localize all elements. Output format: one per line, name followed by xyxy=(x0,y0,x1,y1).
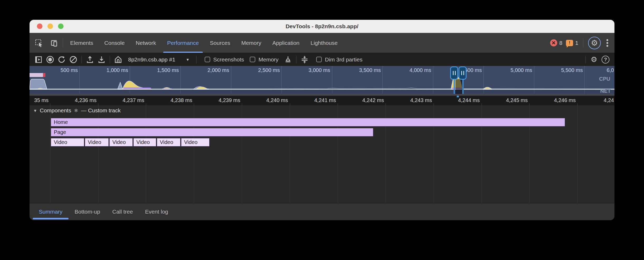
collapse-sections-button[interactable] xyxy=(299,54,310,65)
sidebar-panel-icon xyxy=(35,56,42,64)
gridline xyxy=(50,105,50,203)
load-profile-button[interactable] xyxy=(84,54,96,65)
ruler-tick xyxy=(434,103,434,105)
error-icon: ✕ xyxy=(550,39,557,46)
ruler-tick-label: 4,243 ms xyxy=(410,97,432,103)
collect-garbage-button[interactable] xyxy=(282,54,294,65)
ruler-tick-label: 4,236 ms xyxy=(75,97,97,103)
overview-tick: 2,000 ms xyxy=(208,67,229,73)
track-entry-video[interactable]: Video xyxy=(157,138,180,146)
track-entry-page[interactable]: Page xyxy=(51,128,373,136)
tab-performance[interactable]: Performance xyxy=(162,33,204,53)
dim-3rd-parties-checkbox[interactable]: Dim 3rd parties xyxy=(316,56,362,63)
inspect-element-button[interactable] xyxy=(32,33,46,53)
tab-console[interactable]: Console xyxy=(99,33,130,53)
ruler-tick xyxy=(338,103,338,105)
issues-badge[interactable]: ! 1 xyxy=(566,40,578,46)
track-entry-home[interactable]: Home xyxy=(51,118,565,126)
zoom-button[interactable] xyxy=(58,23,64,29)
checkbox-icon xyxy=(316,57,322,62)
clear-recording-button[interactable] xyxy=(68,54,79,65)
zoom-window-right-handle[interactable] xyxy=(459,66,467,80)
tabbar-right-controls: ✕ 8 ! 1 ⚙ xyxy=(550,33,614,53)
tab-sources[interactable]: Sources xyxy=(204,33,236,53)
target-label: 8p2n9n.csb.app #1 xyxy=(128,56,175,63)
help-icon: ? xyxy=(602,56,609,64)
ruler-tick-label: 4,239 ms xyxy=(219,97,240,103)
live-metrics-button[interactable] xyxy=(112,54,124,65)
record-icon xyxy=(46,55,54,64)
overview-tick: 5,000 ms xyxy=(511,67,532,73)
overview-tick: 500 ms xyxy=(464,67,482,73)
zoom-window-right-line xyxy=(462,78,464,94)
divider xyxy=(583,38,583,48)
ruler-tick-label: 4,242 ms xyxy=(362,97,384,103)
tab-summary[interactable]: Summary xyxy=(33,203,69,220)
net-lane-label: NET xyxy=(600,88,611,94)
ruler-tick-label: 4,24 xyxy=(604,97,614,103)
tab-memory[interactable]: Memory xyxy=(236,33,267,53)
more-options-button[interactable] xyxy=(604,37,610,49)
network-request-bar-end xyxy=(43,73,45,77)
titlebar: DevTools - 8p2n9n.csb.app/ xyxy=(30,20,614,33)
zoom-window-left-handle[interactable] xyxy=(450,66,458,80)
timeline-ruler: 35 ms 4,236 ms 4,237 ms 4,238 ms 4,239 m… xyxy=(30,96,614,105)
chevron-down-icon: ▼ xyxy=(186,57,190,62)
issue-count: 1 xyxy=(575,40,578,46)
clear-block-icon xyxy=(69,55,78,64)
device-toolbar-button[interactable] xyxy=(46,33,61,53)
track-entry-video[interactable]: Video xyxy=(85,138,109,146)
ruler-tick-label: 4,237 ms xyxy=(123,97,144,103)
cpu-lane-label: CPU xyxy=(599,76,610,82)
close-button[interactable] xyxy=(37,23,42,29)
zoom-window-shade xyxy=(455,79,463,94)
toggle-sidebar-button[interactable] xyxy=(33,54,44,65)
memory-checkbox[interactable]: Memory xyxy=(250,56,278,63)
overview-tick: 1,500 ms xyxy=(157,67,179,73)
track-entry-video[interactable]: Video xyxy=(133,138,156,146)
screenshots-checkbox[interactable]: Screenshots xyxy=(205,56,244,63)
reload-icon xyxy=(57,55,66,64)
device-toolbar-icon xyxy=(49,38,58,47)
tab-network[interactable]: Network xyxy=(130,33,162,53)
tab-event-log[interactable]: Event log xyxy=(139,203,174,220)
help-button[interactable]: ? xyxy=(600,54,611,65)
inspect-cursor-icon xyxy=(35,38,44,47)
disclosure-triangle-icon: ▼ xyxy=(33,108,37,113)
devtools-settings-button[interactable]: ⚙ xyxy=(588,37,601,49)
marker-notch xyxy=(457,96,459,97)
divider xyxy=(585,56,586,64)
ruler-tick xyxy=(98,103,98,105)
save-profile-button[interactable] xyxy=(96,54,107,65)
tab-call-tree[interactable]: Call tree xyxy=(106,203,139,220)
components-track-header[interactable]: ▼ Components ⚛ — Custom track xyxy=(33,107,121,114)
overview-tick: 4,000 ms xyxy=(410,67,431,73)
timeline-overview[interactable]: 500 ms 1,000 ms 1,500 ms 2,000 ms 2,500 … xyxy=(30,66,614,94)
tab-elements[interactable]: Elements xyxy=(65,33,99,53)
bottom-tab-bar: Summary Bottom-up Call tree Event log xyxy=(30,203,614,220)
ruler-tick xyxy=(194,103,194,105)
track-area[interactable]: ▼ Components ⚛ — Custom track Home Page … xyxy=(30,105,614,203)
track-entry-video[interactable]: Video xyxy=(181,138,209,146)
target-selector[interactable]: 8p2n9n.csb.app #1 ▼ xyxy=(124,56,194,63)
tab-application[interactable]: Application xyxy=(267,33,305,53)
tab-bottom-up[interactable]: Bottom-up xyxy=(69,203,106,220)
window-title: DevTools - 8p2n9n.csb.app/ xyxy=(286,23,358,30)
reload-and-record-button[interactable] xyxy=(56,54,68,65)
gear-icon: ⚙ xyxy=(590,56,597,63)
divider xyxy=(63,38,63,48)
capture-settings-button[interactable]: ⚙ xyxy=(588,54,600,65)
collapse-vertical-icon xyxy=(301,55,309,64)
track-entry-video[interactable]: Video xyxy=(109,138,133,146)
record-button[interactable] xyxy=(44,54,56,65)
overview-tick: 2,500 ms xyxy=(258,67,280,73)
track-entry-video[interactable]: Video xyxy=(51,138,84,146)
track-title: Components xyxy=(40,107,71,114)
console-errors-badge[interactable]: ✕ 8 xyxy=(550,39,563,46)
overview-tick: 6,0 xyxy=(607,67,614,73)
atom-icon: ⚛ xyxy=(74,108,78,114)
minimize-button[interactable] xyxy=(47,23,53,29)
overview-tick: 500 ms xyxy=(60,67,78,73)
divider xyxy=(81,56,82,64)
tab-lighthouse[interactable]: Lighthouse xyxy=(305,33,343,53)
